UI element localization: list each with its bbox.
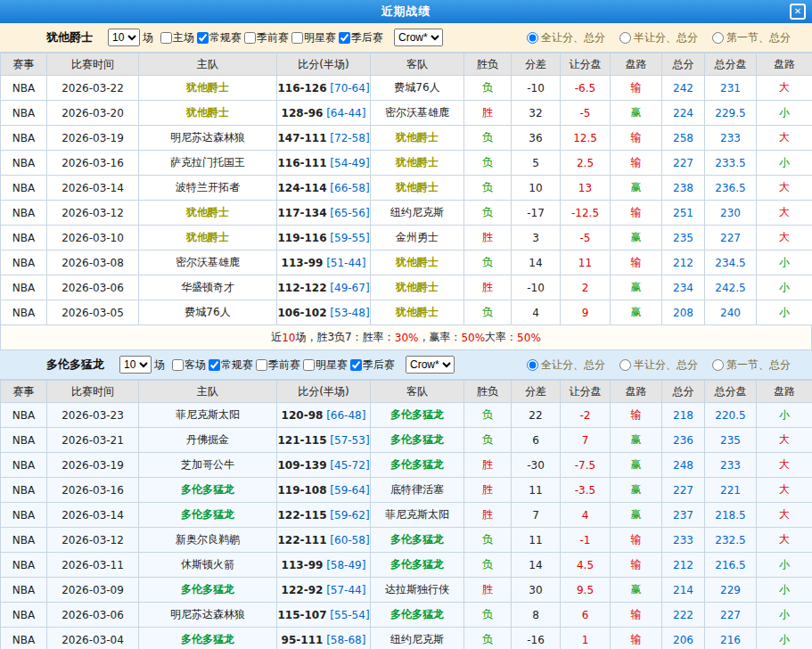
filter-checkbox[interactable]: 季前赛 xyxy=(244,30,289,45)
checkbox-input[interactable] xyxy=(256,359,267,371)
away-team-cell: 犹他爵士 xyxy=(371,126,464,151)
home-team-cell: 波特兰开拓者 xyxy=(139,176,277,201)
diff-cell: 6 xyxy=(512,428,561,453)
total-line-cell: 242.5 xyxy=(705,275,757,300)
bookmaker-select[interactable]: Crow* xyxy=(394,29,443,46)
checkbox-input[interactable] xyxy=(160,32,172,44)
radio-input[interactable] xyxy=(619,32,631,44)
dialog-title: 近期战绩 xyxy=(381,4,431,20)
date-cell: 2026-03-12 xyxy=(47,528,139,553)
over-under-cell: 小 xyxy=(757,251,812,275)
checkbox-input[interactable] xyxy=(350,359,362,371)
handicap-result-cell: 赢 xyxy=(611,226,662,251)
odds-view-radio[interactable]: 第一节、总分 xyxy=(712,30,791,45)
league-cell: NBA xyxy=(1,478,47,503)
checkbox-input[interactable] xyxy=(172,359,184,371)
checkbox-input[interactable] xyxy=(291,32,303,44)
date-cell: 2026-03-04 xyxy=(47,628,139,649)
odds-view-radio[interactable]: 半让分、总分 xyxy=(619,357,698,373)
odds-view-radio[interactable]: 半让分、总分 xyxy=(619,30,698,45)
odds-view-radio[interactable]: 全让分、总分 xyxy=(527,357,605,373)
filter-checkbox[interactable]: 明星赛 xyxy=(291,30,336,45)
total-line-cell: 216.5 xyxy=(705,553,757,578)
games-count-select[interactable]: 10 xyxy=(108,29,140,46)
home-team-cell: 犹他爵士 xyxy=(139,201,277,226)
result-cell: 负 xyxy=(464,176,512,201)
away-team-cell: 多伦多猛龙 xyxy=(371,603,464,628)
league-cell: NBA xyxy=(1,176,47,201)
result-cell: 负 xyxy=(464,251,512,275)
dialog-header: 近期战绩 ✕ xyxy=(0,0,812,23)
handicap-cell: 2.5 xyxy=(561,151,611,176)
league-cell: NBA xyxy=(1,503,47,528)
checkbox-input[interactable] xyxy=(197,32,209,44)
result-cell: 负 xyxy=(464,151,512,176)
result-cell: 负 xyxy=(464,403,512,428)
column-header-11: 盘路 xyxy=(757,381,812,403)
filter-checkbox[interactable]: 主场 xyxy=(160,30,194,45)
home-team-cell: 新奥尔良鹈鹕 xyxy=(139,528,277,553)
result-cell: 负 xyxy=(464,126,512,151)
filter-checkbox[interactable]: 客场 xyxy=(172,357,206,373)
over-under-cell: 大 xyxy=(757,453,812,478)
over-under-cell: 小 xyxy=(757,300,812,325)
date-cell: 2026-03-16 xyxy=(47,478,139,503)
bookmaker-select[interactable]: Crow* xyxy=(406,356,455,374)
home-team-cell: 菲尼克斯太阳 xyxy=(139,403,277,428)
radio-input[interactable] xyxy=(619,359,631,371)
total-line-cell: 235 xyxy=(705,428,757,453)
league-cell: NBA xyxy=(1,300,47,325)
date-cell: 2026-03-10 xyxy=(47,226,139,251)
checkbox-input[interactable] xyxy=(209,359,220,371)
odds-view-radio[interactable]: 第一节、总分 xyxy=(712,357,791,373)
over-under-cell: 小 xyxy=(757,101,812,126)
column-header-6: 分差 xyxy=(512,53,561,76)
radio-input[interactable] xyxy=(712,359,724,371)
close-icon[interactable]: ✕ xyxy=(790,4,806,20)
radio-input[interactable] xyxy=(527,32,538,44)
odds-view-radio-group: 全让分、总分半让分、总分第一节、总分 xyxy=(513,357,791,373)
half-score: [57-53] xyxy=(327,434,370,447)
radio-input[interactable] xyxy=(712,32,724,44)
half-score: [66-58] xyxy=(327,182,370,194)
odds-view-radio[interactable]: 全让分、总分 xyxy=(527,30,605,45)
game-row: NBA2026-03-04多伦多猛龙95-111 [58-68]纽约尼克斯负-1… xyxy=(1,628,812,649)
total-cell: 237 xyxy=(662,503,705,528)
over-under-cell: 小 xyxy=(757,603,812,628)
game-row: NBA2026-03-10犹他爵士119-116 [59-55]金州勇士胜3-5… xyxy=(1,226,812,251)
section-utah-jazz: 犹他爵士 10 场 主场常规赛季前赛明星赛季后赛 Crow* 全让分、总分半让分… xyxy=(0,23,812,350)
away-team-cell: 犹他爵士 xyxy=(371,275,464,300)
handicap-cell: -7.5 xyxy=(561,453,611,478)
filter-checkbox[interactable]: 季前赛 xyxy=(256,357,300,373)
games-count-select[interactable]: 10 xyxy=(119,356,152,374)
filter-checkbox[interactable]: 季后赛 xyxy=(339,30,383,45)
game-row: NBA2026-03-08密尔沃基雄鹿113-99 [51-44]犹他爵士负14… xyxy=(1,251,812,275)
radio-input[interactable] xyxy=(527,359,538,371)
over-under-cell: 大 xyxy=(757,428,812,453)
column-header-0: 赛事 xyxy=(1,53,47,76)
league-cell: NBA xyxy=(1,528,47,553)
score-cell: 112-122 [49-67] xyxy=(277,275,371,300)
filter-checkbox[interactable]: 常规赛 xyxy=(209,357,253,373)
column-header-7: 让分盘 xyxy=(561,381,611,403)
diff-cell: 36 xyxy=(512,126,561,151)
filter-checkbox[interactable]: 明星赛 xyxy=(303,357,348,373)
total-cell: 212 xyxy=(662,251,705,275)
full-score: 119-108 xyxy=(277,484,326,497)
game-row: NBA2026-03-09多伦多猛龙122-92 [57-44]达拉斯独行侠胜3… xyxy=(1,578,812,603)
checkbox-input[interactable] xyxy=(303,359,315,371)
filter-checkbox[interactable]: 季后赛 xyxy=(350,357,395,373)
filter-checkbox[interactable]: 常规赛 xyxy=(197,30,242,45)
result-cell: 负 xyxy=(464,628,512,649)
column-header-9: 总分 xyxy=(662,53,705,76)
handicap-cell: 1 xyxy=(561,628,611,649)
total-cell: 206 xyxy=(662,628,705,649)
handicap-cell: -1 xyxy=(561,528,611,553)
home-team-cell: 明尼苏达森林狼 xyxy=(139,603,277,628)
checkbox-input[interactable] xyxy=(339,32,350,44)
column-header-5: 胜负 xyxy=(464,381,512,403)
full-score: 119-116 xyxy=(277,232,326,244)
result-cell: 胜 xyxy=(464,226,512,251)
score-cell: 122-92 [57-44] xyxy=(277,578,371,603)
checkbox-input[interactable] xyxy=(244,32,256,44)
